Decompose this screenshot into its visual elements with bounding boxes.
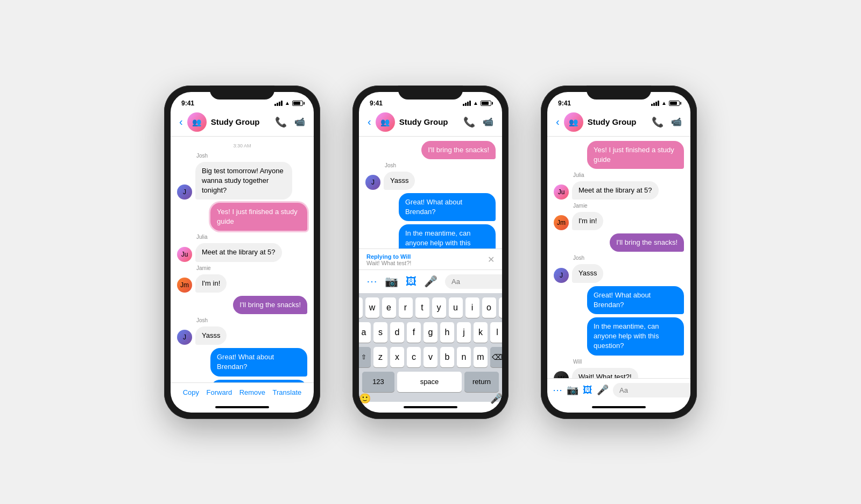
key-q[interactable]: q: [359, 297, 363, 318]
key-s[interactable]: s: [373, 322, 387, 343]
chat-area-2: I'll bring the snacks! Josh J Yasss Grea…: [359, 137, 502, 249]
bubble-out-3[interactable]: Great! What about Brendan?: [210, 348, 307, 376]
key-h[interactable]: h: [440, 322, 454, 343]
msg-row-p3-1: Yes! I just finished a study guide: [554, 141, 684, 169]
key-shift[interactable]: ⇧: [359, 347, 371, 367]
replying-to-label: Replying to Will: [366, 253, 411, 260]
bubble-p2-4[interactable]: In the meantime, can anyone help with th…: [399, 224, 496, 248]
key-n[interactable]: n: [457, 347, 471, 367]
bubble-p3-2[interactable]: Meet at the library at 5?: [572, 181, 659, 200]
key-c[interactable]: c: [407, 347, 421, 367]
forward-action[interactable]: Forward: [207, 388, 232, 396]
key-row-3: ⇧ z x c v b n m ⌫: [362, 347, 499, 367]
bubble-jamie-1[interactable]: I'm in!: [195, 274, 227, 293]
sender-josh-1: Josh: [196, 153, 307, 159]
bottom-bar-3: [547, 402, 690, 413]
key-return[interactable]: return: [464, 372, 499, 392]
chat-area-3: Yes! I just finished a study guide Julia…: [547, 137, 690, 378]
bubble-p3-1[interactable]: Yes! I just finished a study guide: [587, 141, 684, 169]
key-o[interactable]: o: [482, 297, 496, 318]
bubble-p3-3[interactable]: I'm in!: [572, 212, 603, 230]
translate-action[interactable]: Translate: [273, 388, 302, 396]
msg-row-p2-3: Great! What about Brendan?: [365, 193, 496, 221]
sender-julia-1: Julia: [196, 234, 307, 240]
bubble-p2-3[interactable]: Great! What about Brendan?: [399, 193, 496, 221]
key-t[interactable]: t: [415, 297, 429, 318]
bubble-p3-6[interactable]: Great! What about Brendan?: [587, 286, 684, 314]
message-input-2[interactable]: [445, 274, 502, 289]
key-x[interactable]: x: [390, 347, 404, 367]
back-button-3[interactable]: ‹: [556, 116, 560, 128]
bubble-josh2-1[interactable]: Yasss: [195, 326, 227, 345]
key-v[interactable]: v: [424, 347, 437, 367]
bubble-p3-4[interactable]: I'll bring the snacks!: [610, 233, 684, 252]
key-i[interactable]: i: [465, 297, 479, 318]
apps-icon-2[interactable]: ⋯: [366, 275, 377, 288]
back-button-2[interactable]: ‹: [368, 116, 371, 128]
key-w[interactable]: w: [365, 297, 379, 318]
key-p[interactable]: p: [499, 297, 503, 318]
bubble-julia-1[interactable]: Meet at the library at 5?: [195, 243, 282, 261]
scene: 9:41 ▲ ‹ 👥 Study Group 📞 📹: [143, 64, 718, 441]
msg-row-6: J Yasss: [177, 326, 307, 345]
nav-bar-1: ‹ 👥 Study Group 📞 📹: [171, 109, 314, 137]
key-y[interactable]: y: [432, 297, 446, 318]
video-button-1[interactable]: 📹: [294, 117, 305, 127]
signal-icon-1: [274, 101, 283, 106]
key-l[interactable]: l: [490, 322, 502, 343]
bubble-out-2[interactable]: I'll bring the snacks!: [233, 296, 307, 314]
bubble-out-1[interactable]: Yes! I just finished a study guide: [210, 203, 307, 231]
remove-action[interactable]: Remove: [239, 388, 265, 396]
nav-bar-2: ‹ 👥 Study Group 📞 📹: [359, 109, 502, 137]
video-button-2[interactable]: 📹: [483, 117, 493, 127]
sender-jamie-1: Jamie: [196, 265, 307, 271]
key-f[interactable]: f: [407, 322, 421, 343]
key-space[interactable]: space: [397, 372, 462, 392]
camera-icon-2[interactable]: 📷: [385, 275, 398, 288]
back-button-1[interactable]: ‹: [179, 116, 183, 128]
key-m[interactable]: m: [474, 347, 488, 367]
key-backspace[interactable]: ⌫: [490, 347, 502, 367]
key-g[interactable]: g: [424, 322, 437, 343]
key-k[interactable]: k: [474, 322, 488, 343]
apps-icon-3[interactable]: ⋯: [553, 384, 562, 396]
bubble-p2-2[interactable]: Yasss: [384, 172, 415, 190]
gallery-icon-3[interactable]: 🖼: [583, 385, 592, 396]
bubble-p3-5[interactable]: Yasss: [572, 264, 603, 282]
camera-icon-3[interactable]: 📷: [567, 384, 578, 396]
key-123[interactable]: 123: [362, 372, 394, 392]
key-row-1: q w e r t y u i o p: [362, 297, 499, 318]
key-u[interactable]: u: [449, 297, 463, 318]
mic-icon-3[interactable]: 🎤: [597, 384, 609, 396]
avatar-julia-p3: Ju: [554, 184, 569, 200]
key-z[interactable]: z: [373, 347, 387, 367]
msg-row-p3-3: Jm I'm in!: [554, 212, 684, 230]
key-r[interactable]: r: [399, 297, 413, 318]
group-avatar-3: 👥: [564, 112, 583, 132]
phone-button-2[interactable]: 📞: [463, 116, 475, 128]
avatar-jamie-1: Jm: [177, 278, 192, 293]
avatar-will-p3: W: [554, 371, 569, 378]
video-button-3[interactable]: 📹: [671, 117, 682, 127]
close-reply-btn[interactable]: ✕: [488, 254, 495, 265]
msg-row-1: J Big test tomorrow! Anyone wanna study …: [177, 162, 307, 200]
copy-action[interactable]: Copy: [183, 388, 199, 396]
key-j[interactable]: j: [457, 322, 471, 343]
sender-jamie-p3: Jamie: [573, 203, 684, 209]
phone-button-1[interactable]: 📞: [275, 116, 287, 128]
key-a[interactable]: a: [359, 322, 371, 343]
mic-icon-2[interactable]: 🎤: [424, 275, 437, 288]
message-input-3[interactable]: [613, 383, 690, 397]
key-e[interactable]: e: [382, 297, 396, 318]
gallery-icon-2[interactable]: 🖼: [406, 275, 417, 288]
nav-actions-2: 📞 📹: [463, 116, 493, 128]
bubble-p3-7[interactable]: In the meantime, can anyone help with th…: [587, 317, 684, 356]
key-d[interactable]: d: [390, 322, 404, 343]
key-b[interactable]: b: [440, 347, 454, 367]
bubble-p2-1[interactable]: I'll bring the snacks!: [421, 141, 496, 159]
msg-row-p3-7: In the meantime, can anyone help with th…: [554, 317, 684, 356]
phone-button-3[interactable]: 📞: [652, 116, 664, 128]
msg-row-p2-1: I'll bring the snacks!: [365, 141, 496, 159]
bubble-p3-8[interactable]: Wait! What test?!: [572, 368, 638, 378]
bubble-josh-1[interactable]: Big test tomorrow! Anyone wanna study to…: [195, 162, 292, 200]
